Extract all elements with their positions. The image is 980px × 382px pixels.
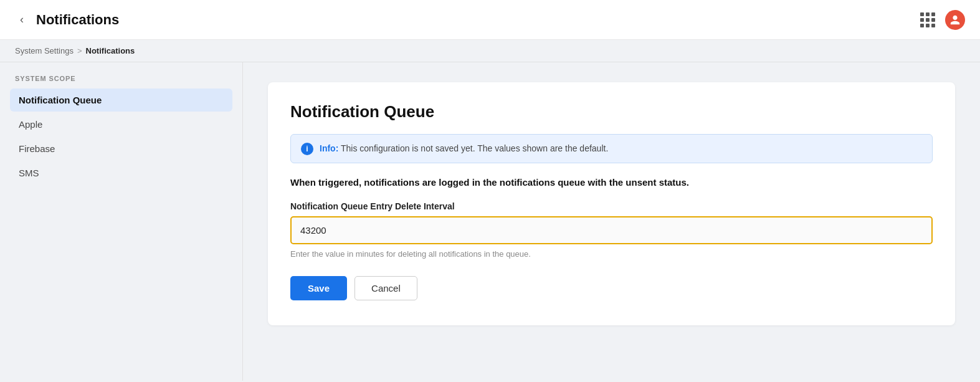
save-button[interactable]: Save <box>290 276 347 300</box>
description-text: When triggered, notifications are logged… <box>290 177 933 188</box>
content-card: Notification Queue i Info: This configur… <box>268 82 955 325</box>
info-box: i Info: This configuration is not saved … <box>290 134 933 163</box>
breadcrumb-current: Notifications <box>86 46 135 55</box>
main-layout: SYSTEM SCOPE Notification Queue Apple Fi… <box>0 62 980 381</box>
sidebar-item-firebase[interactable]: Firebase <box>10 137 232 160</box>
info-label: Info: <box>320 143 338 153</box>
sidebar-item-apple[interactable]: Apple <box>10 113 232 136</box>
breadcrumb-parent[interactable]: System Settings <box>15 46 74 55</box>
sidebar-item-sms[interactable]: SMS <box>10 161 232 184</box>
back-button[interactable]: ‹ <box>15 11 29 29</box>
content-title: Notification Queue <box>290 102 933 122</box>
delete-interval-input[interactable] <box>290 216 933 244</box>
cancel-button[interactable]: Cancel <box>354 276 417 300</box>
page-title: Notifications <box>36 12 119 28</box>
breadcrumb: System Settings > Notifications <box>0 40 980 62</box>
info-text: Info: This configuration is not saved ye… <box>320 142 608 155</box>
header-right <box>920 10 965 30</box>
content-area: Notification Queue i Info: This configur… <box>243 62 980 381</box>
button-row: Save Cancel <box>290 276 933 300</box>
breadcrumb-separator: > <box>77 46 82 55</box>
header-left: ‹ Notifications <box>15 11 119 29</box>
info-message: This configuration is not saved yet. The… <box>341 143 608 153</box>
user-avatar[interactable] <box>945 10 965 30</box>
grid-icon[interactable] <box>920 12 935 27</box>
sidebar: SYSTEM SCOPE Notification Queue Apple Fi… <box>0 62 243 381</box>
sidebar-item-notification-queue[interactable]: Notification Queue <box>10 88 232 112</box>
header: ‹ Notifications <box>0 0 980 40</box>
field-hint: Enter the value in minutes for deleting … <box>290 249 933 259</box>
field-label: Notification Queue Entry Delete Interval <box>290 201 933 211</box>
info-icon: i <box>301 143 313 155</box>
sidebar-section-label: SYSTEM SCOPE <box>10 75 232 82</box>
